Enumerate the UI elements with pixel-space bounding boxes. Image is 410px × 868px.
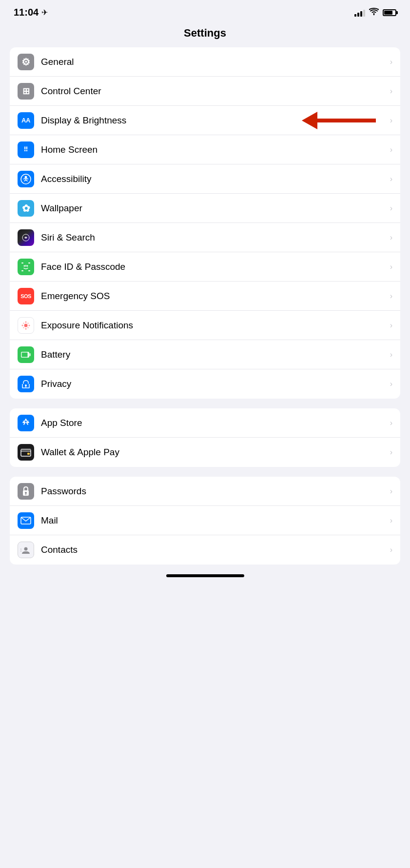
- wallpaper-chevron: ›: [390, 204, 392, 213]
- settings-row-accessibility[interactable]: Accessibility ›: [10, 164, 400, 194]
- emergency-sos-icon: SOS: [18, 288, 34, 304]
- face-id-chevron: ›: [390, 262, 392, 271]
- settings-row-battery[interactable]: Battery ›: [10, 340, 400, 369]
- control-center-label: Control Center: [41, 86, 386, 97]
- svg-point-12: [25, 328, 27, 329]
- svg-rect-25: [21, 448, 31, 451]
- signal-bar-2: [357, 13, 359, 17]
- siri-chevron: ›: [390, 233, 392, 242]
- svg-rect-6: [28, 270, 30, 271]
- display-brightness-label: Display & Brightness: [41, 115, 386, 126]
- sos-text: SOS: [20, 293, 31, 299]
- privacy-label: Privacy: [41, 379, 386, 389]
- wallpaper-symbol: ✿: [22, 202, 30, 214]
- settings-row-face-id[interactable]: Face ID & Passcode ›: [10, 252, 400, 282]
- exposure-chevron: ›: [390, 321, 392, 330]
- settings-row-wallpaper[interactable]: ✿ Wallpaper ›: [10, 194, 400, 223]
- settings-row-control-center[interactable]: ⊞ Control Center ›: [10, 77, 400, 106]
- home-screen-icon: ⠿: [18, 141, 34, 158]
- exposure-icon: [18, 317, 34, 334]
- svg-point-11: [25, 321, 27, 323]
- passwords-chevron: ›: [390, 487, 392, 496]
- status-bar: 11:04 ✈: [0, 0, 410, 22]
- settings-row-app-store[interactable]: App Store ›: [10, 408, 400, 438]
- privacy-icon: [18, 376, 34, 392]
- svg-point-16: [27, 323, 28, 323]
- svg-point-33: [24, 547, 28, 551]
- mail-chevron: ›: [390, 516, 392, 525]
- mail-label: Mail: [41, 515, 386, 526]
- svg-point-7: [24, 265, 25, 266]
- control-center-icon: ⊞: [18, 83, 34, 100]
- privacy-chevron: ›: [390, 380, 392, 388]
- passwords-icon: [18, 483, 34, 500]
- general-label: General: [41, 57, 386, 67]
- signal-bars: [354, 9, 365, 17]
- status-time: 11:04 ✈: [14, 7, 48, 18]
- svg-rect-5: [21, 270, 23, 271]
- passwords-svg: [21, 486, 30, 497]
- svg-point-15: [23, 323, 24, 323]
- aa-text: AA: [21, 117, 30, 124]
- accessibility-svg: [20, 174, 31, 184]
- battery-settings-svg: [20, 351, 31, 358]
- wallpaper-label: Wallpaper: [41, 203, 386, 214]
- settings-row-siri[interactable]: Siri & Search ›: [10, 223, 400, 252]
- home-bar: [166, 574, 244, 577]
- home-grid-symbol: ⠿: [23, 146, 29, 153]
- settings-row-mail[interactable]: Mail ›: [10, 506, 400, 535]
- settings-row-emergency-sos[interactable]: SOS Emergency SOS ›: [10, 282, 400, 311]
- svg-point-18: [27, 327, 28, 328]
- settings-group-3: Passwords › Mail › Contacts ›: [10, 477, 400, 565]
- app-store-icon: [18, 415, 34, 431]
- svg-rect-35: [20, 550, 21, 552]
- home-screen-label: Home Screen: [41, 144, 386, 155]
- passwords-label: Passwords: [41, 486, 386, 497]
- display-brightness-chevron: ›: [390, 116, 392, 125]
- general-icon: ⚙: [18, 54, 34, 70]
- face-id-label: Face ID & Passcode: [41, 262, 386, 272]
- svg-rect-21: [22, 352, 28, 357]
- settings-row-passwords[interactable]: Passwords ›: [10, 477, 400, 506]
- battery-label: Battery: [41, 349, 386, 360]
- siri-svg: [21, 233, 31, 242]
- settings-row-contacts[interactable]: Contacts ›: [10, 535, 400, 565]
- accessibility-icon: [18, 171, 34, 187]
- svg-point-10: [24, 323, 28, 327]
- settings-row-wallet[interactable]: Wallet & Apple Pay ›: [10, 438, 400, 467]
- app-store-chevron: ›: [390, 419, 392, 427]
- settings-row-privacy[interactable]: Privacy ›: [10, 369, 400, 399]
- status-icons: [354, 8, 396, 18]
- svg-point-17: [23, 327, 24, 328]
- exposure-label: Exposure Notifications: [41, 320, 386, 331]
- settings-row-display-brightness[interactable]: AA Display & Brightness ›: [10, 106, 400, 135]
- wallet-label: Wallet & Apple Pay: [41, 447, 386, 458]
- settings-group-2: App Store › Wallet & Apple Pay ›: [10, 408, 400, 467]
- siri-icon: [18, 229, 34, 246]
- svg-point-1: [25, 176, 27, 178]
- page-title: Settings: [0, 22, 410, 47]
- settings-row-home-screen[interactable]: ⠿ Home Screen ›: [10, 135, 400, 164]
- contacts-label: Contacts: [41, 545, 386, 555]
- battery-settings-icon: [18, 346, 34, 363]
- siri-label: Siri & Search: [41, 232, 386, 243]
- wallet-icon: [18, 444, 34, 461]
- home-screen-chevron: ›: [390, 145, 392, 154]
- face-id-icon: [18, 259, 34, 275]
- svg-point-13: [22, 324, 23, 326]
- settings-row-exposure[interactable]: Exposure Notifications ›: [10, 311, 400, 340]
- emergency-sos-label: Emergency SOS: [41, 291, 386, 302]
- signal-bar-4: [363, 10, 365, 17]
- settings-row-general[interactable]: ⚙ General ›: [10, 47, 400, 77]
- exposure-svg: [20, 320, 31, 331]
- location-icon: ✈: [41, 8, 48, 17]
- accessibility-label: Accessibility: [41, 174, 386, 184]
- display-brightness-icon: AA: [18, 112, 34, 129]
- control-symbol: ⊞: [22, 86, 30, 97]
- wallet-chevron: ›: [390, 448, 392, 457]
- svg-rect-3: [21, 262, 23, 263]
- svg-rect-4: [28, 262, 30, 263]
- svg-rect-27: [27, 453, 30, 455]
- app-store-svg: [20, 418, 31, 428]
- battery-fill: [384, 11, 392, 15]
